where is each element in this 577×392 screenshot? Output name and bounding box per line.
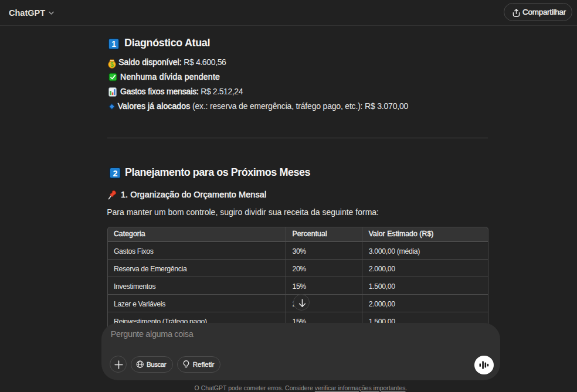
svg-text:1: 1 <box>112 39 117 49</box>
svg-text:2: 2 <box>113 168 117 178</box>
svg-text:$: $ <box>110 61 114 68</box>
